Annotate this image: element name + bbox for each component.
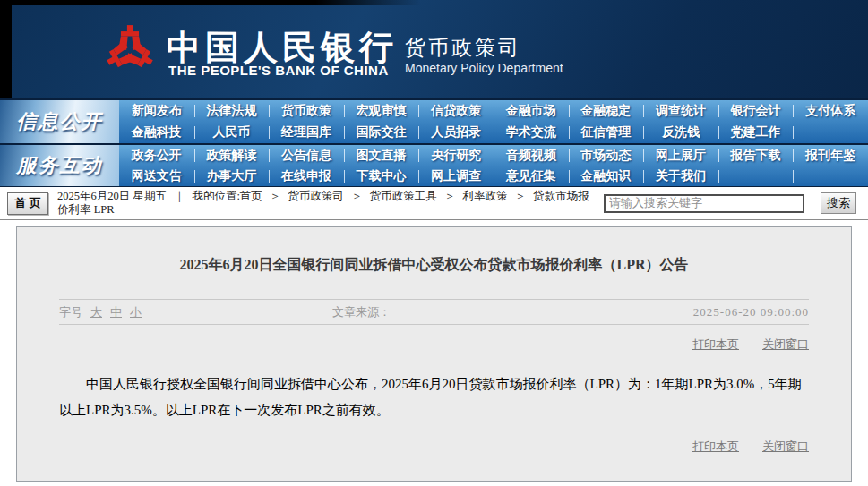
nav-item-financial-markets[interactable]: 金融市场 (494, 103, 569, 119)
nav-section-label-info-disclosure: 信息公开 (0, 100, 119, 143)
page-body: 2025年6月20日全国银行间同业拆借中心受权公布贷款市场报价利率（LPR）公告… (0, 220, 868, 482)
nav-item-online-filing[interactable]: 在线申报 (269, 168, 344, 184)
nav-item-online-survey[interactable]: 网上调查 (418, 168, 494, 184)
nav-item-international[interactable]: 国际交往 (344, 124, 419, 141)
article-actions-top: 打印本页 关闭窗口 (59, 337, 809, 353)
nav-items-info-disclosure: 新闻发布 法律法规 货币政策 宏观审慎 信贷政策 金融市场 金融稳定 调查统计 … (119, 100, 868, 143)
nav-row: 新闻发布 法律法规 货币政策 宏观审慎 信贷政策 金融市场 金融稳定 调查统计 … (119, 100, 868, 122)
breadcrumb-item-home[interactable]: 首页 (240, 190, 262, 202)
nav-section-services: 服务互动 政务公开 政策解读 公告信息 图文直播 央行研究 音频视频 市场动态 … (0, 143, 868, 186)
font-size-small-link[interactable]: 小 (130, 304, 142, 320)
font-size-label: 字号 (59, 304, 82, 320)
breadcrumb-item-monetary-policy-dept[interactable]: 货币政策司 (288, 190, 345, 202)
nav-item-download-center[interactable]: 下载中心 (344, 168, 419, 184)
nav-item-news[interactable]: 新闻发布 (119, 103, 194, 119)
breadcrumb-separator: ＞ (270, 190, 281, 202)
nav-row: 网送文告 办事大厅 在线申报 下载中心 网上调查 意见征集 金融知识 关于我们 (119, 166, 868, 186)
nav-items-services: 政务公开 政策解读 公告信息 图文直播 央行研究 音频视频 市场动态 网上展厅 … (119, 145, 868, 186)
breadcrumb-bar: 首 页 2025年6月20日 星期五 ｜ 我的位置:首页 ＞ 货币政策司 ＞ 货… (0, 187, 868, 220)
nav-item-online-documents[interactable]: 网送文告 (119, 168, 194, 184)
nav-item-audio-video[interactable]: 音频视频 (494, 148, 569, 164)
font-size-controls: 字号 大 中 小 (59, 304, 142, 320)
nav-item-online-exhibition[interactable]: 网上展厅 (643, 148, 718, 164)
font-size-large-link[interactable]: 大 (90, 304, 102, 320)
breadcrumb-item-interest-rate-policy[interactable]: 利率政策 (463, 190, 508, 202)
nav-item-announcements[interactable]: 公告信息 (269, 148, 344, 164)
search-button[interactable]: 搜索 (821, 192, 856, 214)
nav-item-credit-reporting[interactable]: 征信管理 (569, 124, 644, 141)
nav-item-financial-knowledge[interactable]: 金融知识 (569, 168, 644, 184)
close-window-link[interactable]: 关闭窗口 (762, 337, 809, 353)
nav-item-state-treasury[interactable]: 经理国库 (269, 124, 344, 141)
nav-item-macroprudential[interactable]: 宏观审慎 (344, 103, 419, 119)
breadcrumb-item-policy-tools[interactable]: 货币政策工具 (370, 190, 437, 202)
nav-item-solicit-opinions[interactable]: 意见征集 (494, 168, 569, 184)
main-navigation: 信息公开 新闻发布 法律法规 货币政策 宏观审慎 信贷政策 金融市场 金融稳定 … (0, 98, 868, 187)
nav-item-service-hall[interactable]: 办事大厅 (194, 168, 270, 184)
close-window-link[interactable]: 关闭窗口 (762, 439, 809, 455)
article-actions-bottom: 打印本页 关闭窗口 (59, 439, 809, 455)
nav-item-anti-money-laundering[interactable]: 反洗钱 (643, 124, 718, 141)
department-name-en: Monetary Policy Department (405, 61, 563, 75)
nav-row: 政务公开 政策解读 公告信息 图文直播 央行研究 音频视频 市场动态 网上展厅 … (119, 145, 868, 166)
nav-item-market-trends[interactable]: 市场动态 (569, 148, 644, 164)
bank-name-en: THE PEOPLE'S BANK OF CHINA (168, 63, 389, 78)
article-title: 2025年6月20日全国银行间同业拆借中心受权公布贷款市场报价利率（LPR）公告 (59, 256, 809, 275)
banner-left-edge (0, 0, 12, 98)
article-source-label: 文章来源： (332, 304, 391, 320)
breadcrumb-item-lpr-page[interactable]: LPR (94, 203, 115, 216)
print-page-link[interactable]: 打印本页 (692, 439, 739, 455)
nav-item-academic-exchange[interactable]: 学术交流 (494, 124, 569, 141)
nav-item-live-broadcast[interactable]: 图文直播 (344, 148, 419, 164)
pboc-logo-icon (102, 21, 158, 79)
article-meta-row: 字号 大 中 小 文章来源： 2025-06-20 09:00:00 (59, 299, 809, 325)
nav-item-about-us[interactable]: 关于我们 (643, 168, 718, 184)
article-body: 中国人民银行授权全国银行间同业拆借中心公布，2025年6月20日贷款市场报价利率… (59, 371, 809, 423)
nav-item-fintech[interactable]: 金融科技 (119, 124, 194, 141)
nav-item-credit-policy[interactable]: 信贷政策 (418, 103, 494, 119)
breadcrumb-separator: ＞ (515, 190, 527, 202)
home-button[interactable]: 首 页 (7, 192, 48, 215)
department-name-cn: 货币政策司 (405, 34, 521, 62)
article-panel: 2025年6月20日全国银行间同业拆借中心受权公布贷款市场报价利率（LPR）公告… (16, 226, 852, 482)
banner-top-edge (0, 0, 421, 5)
font-size-medium-link[interactable]: 中 (110, 304, 122, 320)
nav-item-policy-interpretation[interactable]: 政策解读 (194, 148, 270, 164)
nav-item-laws[interactable]: 法律法规 (194, 103, 270, 119)
nav-item-recruitment[interactable]: 人员招录 (418, 124, 494, 141)
nav-item-financial-stability[interactable]: 金融稳定 (569, 103, 644, 119)
breadcrumb-separator: ＞ (444, 190, 456, 202)
nav-item-payment-systems[interactable]: 支付体系 (793, 103, 868, 119)
breadcrumb-date: 2025年6月20日 星期五 (57, 190, 167, 202)
nav-row: 金融科技 人民币 经理国库 国际交往 人员招录 学术交流 征信管理 反洗钱 党建… (119, 122, 868, 143)
nav-item-bank-accounting[interactable]: 银行会计 (718, 103, 794, 119)
print-page-link[interactable]: 打印本页 (692, 337, 739, 353)
nav-section-label-services: 服务互动 (0, 145, 119, 186)
nav-item-periodicals[interactable]: 报刊年鉴 (793, 148, 868, 164)
breadcrumb-bar-separator: ｜ (174, 190, 185, 202)
breadcrumb-location-label: 我的位置: (192, 190, 239, 202)
nav-item-monetary-policy[interactable]: 货币政策 (269, 103, 344, 119)
nav-item-survey-statistics[interactable]: 调查统计 (643, 103, 718, 119)
breadcrumb: 2025年6月20日 星期五 ｜ 我的位置:首页 ＞ 货币政策司 ＞ 货币政策工… (57, 190, 595, 217)
nav-section-info-disclosure: 信息公开 新闻发布 法律法规 货币政策 宏观审慎 信贷政策 金融市场 金融稳定 … (0, 100, 868, 143)
nav-item-renminbi[interactable]: 人民币 (194, 124, 270, 141)
search-input[interactable] (604, 194, 804, 213)
nav-item-report-download[interactable]: 报告下载 (718, 148, 794, 164)
nav-item-party-building[interactable]: 党建工作 (718, 124, 794, 141)
nav-item-research[interactable]: 央行研究 (418, 148, 494, 164)
nav-item-gov-affairs[interactable]: 政务公开 (119, 148, 194, 164)
article-datetime: 2025-06-20 09:00:00 (693, 305, 809, 320)
breadcrumb-separator: ＞ (351, 190, 363, 202)
header-banner: 中国人民银行 THE PEOPLE'S BANK OF CHINA 货币政策司 … (0, 0, 868, 98)
